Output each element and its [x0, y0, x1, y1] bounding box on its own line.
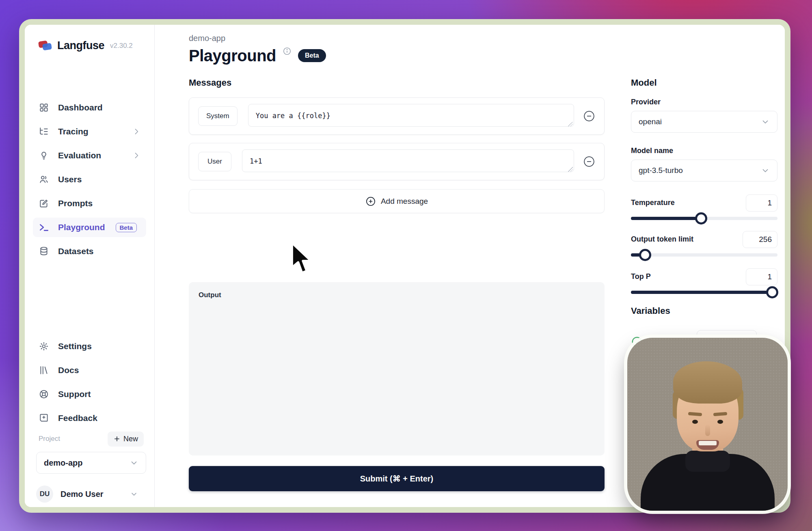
output-label: Output [199, 291, 221, 299]
temperature-slider[interactable] [631, 212, 777, 224]
chevron-right-icon [132, 151, 140, 160]
model-name-label: Model name [631, 147, 673, 155]
project-select[interactable]: demo-app [36, 452, 146, 474]
mouse-cursor [289, 240, 316, 278]
output-token-limit-input[interactable]: 256 [743, 231, 777, 248]
plus-circle-icon [365, 196, 376, 207]
top-p-slider[interactable] [631, 286, 777, 298]
sidebar-item-prompts[interactable]: Prompts [33, 194, 146, 213]
temperature-value-input[interactable]: 1 [746, 194, 777, 212]
model-name-value: gpt-3.5-turbo [639, 166, 683, 175]
tracing-icon [39, 126, 49, 137]
sidebar-item-feedback[interactable]: Feedback [33, 408, 146, 428]
sidebar: Langfuse v2.30.2 Dashboard Tracing Evalu… [25, 25, 155, 507]
model-name-select[interactable]: gpt-3.5-turbo [631, 160, 777, 181]
output-token-limit-label: Output token limit [631, 235, 693, 244]
gear-icon [39, 341, 49, 352]
sidebar-item-label: Docs [58, 365, 79, 375]
library-icon [39, 365, 49, 376]
sidebar-item-users[interactable]: Users [33, 170, 146, 189]
chevron-right-icon [132, 127, 140, 136]
add-message-button[interactable]: Add message [189, 189, 605, 213]
sidebar-item-label: Playground [58, 222, 105, 232]
variables-heading: Variables [631, 306, 670, 316]
sidebar-item-evaluation[interactable]: Evaluation [33, 146, 146, 165]
app-version: v2.30.2 [110, 42, 133, 50]
remove-message-icon[interactable] [583, 155, 595, 168]
project-label: Project [39, 435, 60, 443]
add-message-label: Add message [381, 197, 428, 206]
sidebar-item-datasets[interactable]: Datasets [33, 242, 146, 261]
dashboard-icon [39, 102, 49, 113]
sidebar-item-playground[interactable]: Playground Beta [33, 218, 146, 237]
role-selector-system[interactable]: System [198, 106, 238, 126]
system-message-input[interactable]: You are a {{role}} [248, 104, 574, 127]
remove-message-icon[interactable] [583, 110, 595, 122]
lightbulb-icon [39, 150, 49, 161]
main-content: demo-app Playground Beta Messages System… [164, 25, 605, 507]
slider-thumb[interactable] [766, 286, 778, 298]
temperature-label: Temperature [631, 199, 675, 207]
top-p-value-input[interactable]: 1 [746, 268, 777, 285]
edit-icon [39, 198, 49, 209]
terminal-icon [39, 222, 49, 233]
slider-thumb[interactable] [695, 212, 707, 224]
provider-value: openai [639, 117, 662, 126]
logo: Langfuse v2.30.2 [39, 39, 133, 52]
messages-heading: Messages [189, 78, 231, 88]
slider-track [631, 253, 777, 257]
top-p-label: Top P [631, 272, 651, 281]
person-hair [673, 361, 742, 404]
info-icon[interactable] [283, 47, 292, 56]
user-name: Demo User [60, 490, 104, 499]
avatar: DU [36, 486, 53, 503]
beta-pill: Beta [298, 49, 326, 62]
message-row-user: User 1+1 [189, 143, 605, 180]
chevron-down-icon [761, 117, 770, 126]
project-select-value: demo-app [44, 458, 83, 468]
slider-fill [631, 291, 777, 294]
lifebuoy-icon [39, 389, 49, 399]
submit-button[interactable]: Submit (⌘ + Enter) [189, 466, 605, 491]
message-row-system: System You are a {{role}} [189, 97, 605, 135]
output-panel: Output [189, 282, 605, 455]
users-icon [39, 174, 49, 185]
provider-select[interactable]: openai [631, 111, 777, 133]
sidebar-item-label: Evaluation [58, 151, 101, 160]
sidebar-item-label: Support [58, 389, 91, 399]
sidebar-item-dashboard[interactable]: Dashboard [33, 98, 146, 117]
message-plus-icon [39, 413, 49, 423]
submit-label: Submit (⌘ + Enter) [360, 474, 434, 484]
sidebar-item-label: Settings [58, 341, 92, 351]
resize-grip[interactable] [568, 167, 573, 172]
sidebar-item-settings[interactable]: Settings [33, 337, 146, 356]
sidebar-item-support[interactable]: Support [33, 384, 146, 404]
sidebar-item-docs[interactable]: Docs [33, 360, 146, 380]
brand-name: Langfuse [57, 39, 104, 52]
new-project-label: New [123, 435, 138, 443]
sidebar-item-label: Tracing [58, 127, 89, 136]
sidebar-item-tracing[interactable]: Tracing [33, 122, 146, 141]
database-icon [39, 246, 49, 257]
chevron-down-icon [130, 490, 138, 498]
role-selector-user[interactable]: User [198, 152, 231, 171]
sidebar-item-label: Dashboard [58, 103, 103, 112]
sidebar-item-label: Users [58, 175, 82, 184]
sidebar-item-label: Datasets [58, 246, 94, 256]
page-title: Playground [189, 46, 276, 65]
provider-label: Provider [631, 98, 661, 106]
chevron-down-icon [761, 166, 770, 175]
new-project-button[interactable]: New [108, 432, 144, 447]
slider-thumb[interactable] [639, 249, 651, 261]
output-token-slider[interactable] [631, 249, 777, 261]
resize-grip[interactable] [568, 121, 573, 126]
webcam-overlay [627, 338, 788, 511]
langfuse-logo-icon [39, 40, 52, 52]
plus-icon [113, 435, 121, 442]
user-message-input[interactable]: 1+1 [242, 149, 574, 172]
breadcrumb: demo-app [189, 34, 225, 43]
slider-fill [631, 217, 701, 220]
sidebar-item-label: Prompts [58, 199, 93, 208]
user-menu[interactable]: DU Demo User [36, 485, 146, 503]
sidebar-item-label: Feedback [58, 413, 97, 423]
